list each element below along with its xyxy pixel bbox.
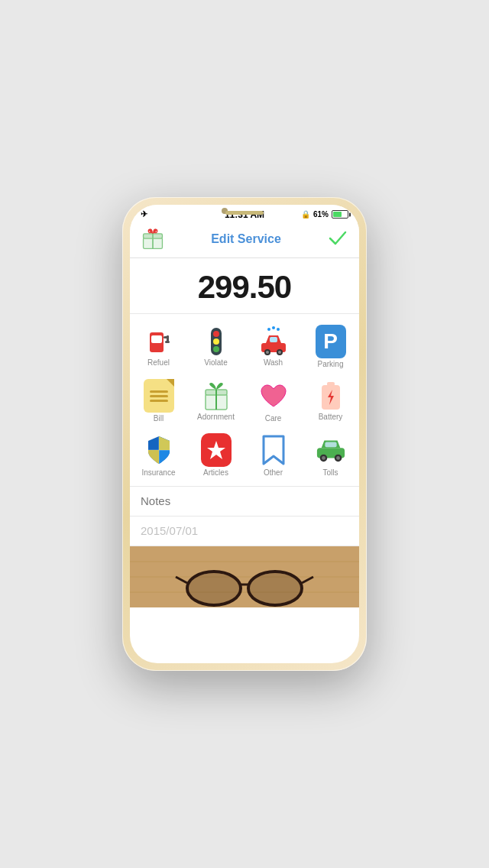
gift-icon bbox=[141, 225, 165, 253]
back-gift-button[interactable] bbox=[141, 227, 165, 251]
insurance-label: Insurance bbox=[142, 468, 176, 477]
parking-button[interactable]: P Parking bbox=[302, 319, 359, 373]
other-label: Other bbox=[264, 468, 283, 477]
refuel-label: Refuel bbox=[147, 358, 170, 367]
battery-button[interactable]: Battery bbox=[302, 373, 359, 427]
svg-point-15 bbox=[272, 326, 275, 329]
articles-button[interactable]: Articles bbox=[187, 427, 244, 481]
battery-percent: 61% bbox=[313, 210, 329, 219]
refuel-button[interactable]: Refuel bbox=[130, 319, 187, 373]
care-button[interactable]: Care bbox=[244, 373, 302, 427]
status-left: ✈ bbox=[141, 209, 147, 219]
photo-preview bbox=[130, 546, 359, 607]
insurance-icon bbox=[144, 433, 174, 467]
nav-title: Edit Service bbox=[211, 232, 281, 246]
svg-point-12 bbox=[213, 338, 219, 345]
amount-section[interactable]: 299.50 bbox=[130, 258, 359, 314]
photo-section[interactable] bbox=[130, 546, 359, 607]
wash-button[interactable]: Wash bbox=[244, 319, 302, 373]
adornment-button[interactable]: Adornment bbox=[187, 373, 244, 427]
svg-point-37 bbox=[336, 456, 340, 460]
parking-label: Parking bbox=[318, 360, 344, 368]
lock-icon: 🔒 bbox=[301, 210, 310, 219]
refuel-icon bbox=[144, 325, 174, 358]
phone-frame: ✈ 11:31 AM 🔒 61% bbox=[122, 197, 367, 671]
tolls-button[interactable]: Tolls bbox=[302, 427, 359, 481]
checkmark-icon bbox=[327, 227, 348, 248]
adornment-label: Adornment bbox=[197, 413, 235, 421]
phone-screen: ✈ 11:31 AM 🔒 61% bbox=[130, 205, 359, 663]
svg-point-20 bbox=[266, 351, 269, 354]
other-icon bbox=[258, 433, 289, 467]
battery-icon bbox=[316, 379, 346, 413]
svg-rect-9 bbox=[165, 341, 170, 343]
amount-value: 299.50 bbox=[198, 269, 291, 305]
wash-label: Wash bbox=[264, 358, 283, 367]
violate-icon bbox=[201, 325, 232, 358]
phone-speaker bbox=[225, 211, 264, 215]
violate-label: Violate bbox=[204, 358, 227, 367]
insurance-button[interactable]: Insurance bbox=[130, 427, 187, 481]
battery-label: Battery bbox=[319, 413, 343, 421]
date-value: 2015/07/01 bbox=[141, 524, 198, 537]
care-icon bbox=[258, 379, 289, 413]
svg-rect-8 bbox=[167, 335, 169, 342]
navigation-bar: Edit Service bbox=[130, 222, 359, 258]
violate-button[interactable]: Violate bbox=[187, 319, 244, 373]
care-label: Care bbox=[265, 414, 282, 423]
svg-point-16 bbox=[277, 328, 280, 331]
articles-label: Articles bbox=[203, 468, 228, 477]
svg-point-13 bbox=[213, 346, 219, 352]
bill-button[interactable]: Bill bbox=[130, 373, 187, 427]
confirm-button[interactable] bbox=[327, 227, 348, 251]
adornment-icon bbox=[201, 379, 232, 413]
svg-point-22 bbox=[278, 351, 281, 354]
svg-rect-33 bbox=[325, 442, 336, 448]
tolls-label: Tolls bbox=[322, 468, 338, 477]
bill-icon bbox=[144, 379, 174, 413]
service-icons-grid: Refuel Violate bbox=[130, 314, 359, 487]
status-right: 🔒 61% bbox=[301, 210, 348, 219]
notes-input[interactable] bbox=[141, 494, 348, 507]
svg-rect-6 bbox=[151, 335, 162, 343]
svg-point-35 bbox=[322, 456, 325, 460]
wash-icon bbox=[258, 325, 289, 358]
notes-section[interactable] bbox=[130, 487, 359, 517]
battery-indicator bbox=[332, 210, 348, 219]
svg-point-47 bbox=[189, 573, 239, 604]
svg-point-48 bbox=[250, 573, 300, 604]
svg-point-11 bbox=[213, 331, 219, 337]
bill-label: Bill bbox=[154, 414, 164, 423]
parking-icon: P bbox=[316, 325, 346, 358]
date-section[interactable]: 2015/07/01 bbox=[130, 517, 359, 546]
svg-marker-31 bbox=[207, 441, 225, 459]
svg-rect-27 bbox=[327, 382, 335, 386]
svg-point-14 bbox=[267, 328, 270, 331]
svg-rect-18 bbox=[270, 337, 277, 342]
tolls-icon bbox=[316, 433, 346, 467]
other-button[interactable]: Other bbox=[244, 427, 302, 481]
articles-icon bbox=[201, 433, 232, 467]
airplane-icon: ✈ bbox=[141, 209, 147, 219]
